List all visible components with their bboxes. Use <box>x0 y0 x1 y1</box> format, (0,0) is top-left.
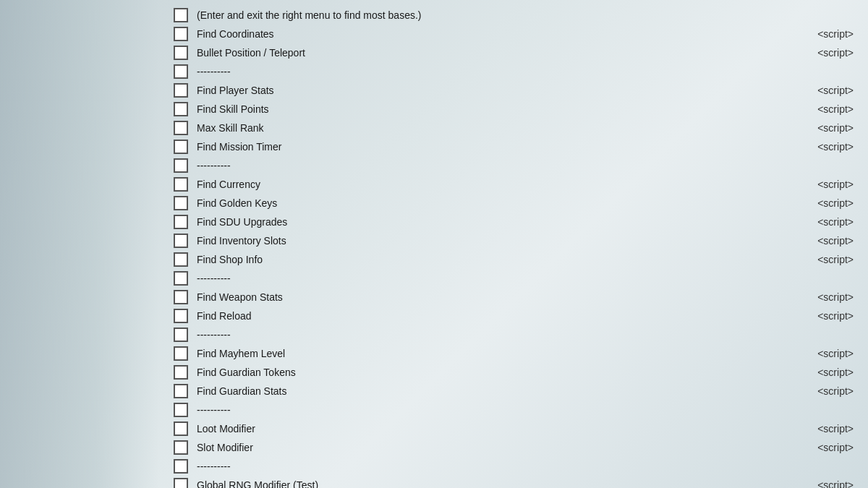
checkbox-item-18[interactable] <box>174 346 188 361</box>
separator-label: ---------- <box>197 160 854 171</box>
checkbox-item-11[interactable] <box>174 215 188 229</box>
separator-label: ---------- <box>197 461 854 472</box>
item-label: Loot Modifier <box>197 423 796 435</box>
item-label: Find Golden Keys <box>197 197 796 209</box>
script-value-18: <script> <box>796 348 854 359</box>
list-item-row: Global RNG Modifier (Test)<script> <box>174 476 854 488</box>
checkbox-item-23[interactable] <box>174 440 188 455</box>
checkbox-item-2[interactable] <box>174 46 188 60</box>
list-item-row: Find Mayhem Level<script> <box>174 344 854 363</box>
item-label: Global RNG Modifier (Test) <box>197 479 796 488</box>
script-value-11: <script> <box>796 216 854 228</box>
list-item-row: Find Weapon Stats<script> <box>174 288 854 307</box>
script-value-20: <script> <box>796 385 854 397</box>
separator-label: ---------- <box>197 66 854 77</box>
checkbox-item-19[interactable] <box>174 365 188 380</box>
separator-row: ---------- <box>174 62 854 81</box>
list-item-row: Find Guardian Stats<script> <box>174 382 854 401</box>
script-value-15: <script> <box>796 291 854 303</box>
list-item-row: Find Reload<script> <box>174 307 854 325</box>
item-label: Find Player Stats <box>197 85 796 96</box>
separator-row: ---------- <box>174 325 854 344</box>
item-label: Find Skill Points <box>197 103 796 115</box>
checkbox-item-12[interactable] <box>174 234 188 248</box>
sidebar-decoration <box>0 0 159 488</box>
list-item-row: Find Skill Points<script> <box>174 100 854 119</box>
separator-label: ---------- <box>197 329 854 341</box>
script-value-4: <script> <box>796 85 854 96</box>
separator-row: ---------- <box>174 457 854 476</box>
separator-label: ---------- <box>197 273 854 284</box>
list-item-row: Slot Modifier<script> <box>174 438 854 457</box>
script-value-13: <script> <box>796 254 854 265</box>
item-label: Find Reload <box>197 310 796 322</box>
item-label: Find Currency <box>197 179 796 190</box>
checkbox-item-5[interactable] <box>174 102 188 116</box>
checkbox-item-14[interactable] <box>174 271 188 286</box>
checkbox-item-22[interactable] <box>174 421 188 436</box>
checkbox-item-25[interactable] <box>174 478 188 488</box>
script-value-5: <script> <box>796 103 854 115</box>
list-item-row: Find Inventory Slots<script> <box>174 231 854 250</box>
checkbox-item-8[interactable] <box>174 158 188 173</box>
script-value-7: <script> <box>796 141 854 153</box>
main-content: (Enter and exit the right menu to find m… <box>159 0 868 488</box>
script-value-16: <script> <box>796 310 854 322</box>
checkbox-item-3[interactable] <box>174 64 188 79</box>
list-item-row: Find Mission Timer<script> <box>174 137 854 156</box>
script-value-9: <script> <box>796 179 854 190</box>
item-label: Find Mayhem Level <box>197 348 796 359</box>
separator-row: ---------- <box>174 156 854 175</box>
list-item-row: Find Guardian Tokens<script> <box>174 363 854 382</box>
separator-label: ---------- <box>197 404 854 416</box>
script-value-6: <script> <box>796 122 854 134</box>
script-value-1: <script> <box>796 28 854 40</box>
item-label: Max Skill Rank <box>197 122 796 134</box>
checkbox-item-24[interactable] <box>174 459 188 474</box>
list-item-row: Bullet Position / Teleport<script> <box>174 43 854 62</box>
checkbox-item-0[interactable] <box>174 8 188 22</box>
item-label: Find Weapon Stats <box>197 291 796 303</box>
checkbox-item-16[interactable] <box>174 309 188 323</box>
checkbox-item-21[interactable] <box>174 403 188 417</box>
checkbox-item-17[interactable] <box>174 328 188 342</box>
checkbox-item-10[interactable] <box>174 196 188 210</box>
item-label: Find Coordinates <box>197 28 796 40</box>
separator-row: ---------- <box>174 269 854 288</box>
script-value-12: <script> <box>796 235 854 247</box>
item-label: Find Guardian Tokens <box>197 367 796 378</box>
list-item-row: Find SDU Upgrades<script> <box>174 213 854 231</box>
checkbox-item-4[interactable] <box>174 83 188 98</box>
script-value-2: <script> <box>796 47 854 59</box>
list-item-row: Find Currency<script> <box>174 175 854 194</box>
list-item-row: Loot Modifier<script> <box>174 419 854 438</box>
list-item-row: Find Player Stats<script> <box>174 81 854 100</box>
item-label: Find SDU Upgrades <box>197 216 796 228</box>
list-item-row: Find Shop Info<script> <box>174 250 854 269</box>
script-value-25: <script> <box>796 479 854 488</box>
script-value-10: <script> <box>796 197 854 209</box>
list-item-row: Max Skill Rank<script> <box>174 119 854 137</box>
item-label: Bullet Position / Teleport <box>197 47 796 59</box>
checkbox-item-7[interactable] <box>174 140 188 154</box>
item-label: Find Inventory Slots <box>197 235 796 247</box>
checkbox-item-13[interactable] <box>174 252 188 267</box>
checkbox-item-9[interactable] <box>174 177 188 192</box>
item-label: Find Mission Timer <box>197 141 796 153</box>
item-label: (Enter and exit the right menu to find m… <box>197 9 854 21</box>
script-value-23: <script> <box>796 442 854 453</box>
checkbox-item-15[interactable] <box>174 290 188 304</box>
list-item-row: Find Coordinates<script> <box>174 25 854 43</box>
list-item-row: Find Golden Keys<script> <box>174 194 854 213</box>
item-label: Slot Modifier <box>197 442 796 453</box>
note-row: (Enter and exit the right menu to find m… <box>174 6 854 25</box>
checkbox-item-20[interactable] <box>174 384 188 398</box>
item-label: Find Shop Info <box>197 254 796 265</box>
checkbox-item-6[interactable] <box>174 121 188 135</box>
separator-row: ---------- <box>174 401 854 419</box>
checkbox-item-1[interactable] <box>174 27 188 41</box>
item-label: Find Guardian Stats <box>197 385 796 397</box>
script-value-22: <script> <box>796 423 854 435</box>
script-value-19: <script> <box>796 367 854 378</box>
